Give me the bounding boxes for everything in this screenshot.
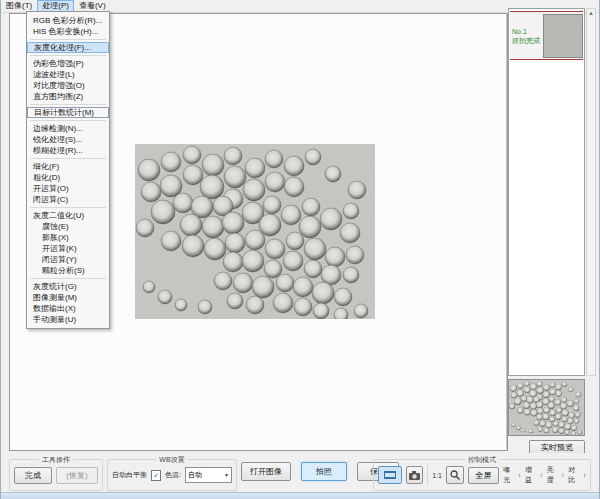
updown-icon: ↕ xyxy=(518,472,521,478)
menu-item-edge[interactable]: 边缘检测(N)... xyxy=(27,123,109,134)
menu-item-grayscale[interactable]: 灰度化处理(F)... xyxy=(27,42,109,53)
white-balance-group: WB设置 自动白平衡 ✓ 色温: 自动 ▼ xyxy=(107,459,237,491)
window-bottom-edge xyxy=(1,492,599,499)
color-temp-value: 自动 xyxy=(188,470,202,480)
tools-group: 工具操作 完成 (恢复) xyxy=(9,459,103,491)
gain-adjuster[interactable]: 增益 ↕ xyxy=(525,465,543,485)
updown-icon: ↕ xyxy=(583,472,586,478)
capture-thumbnail xyxy=(543,14,583,58)
menu-item-contrast[interactable]: 对比度增强(O) xyxy=(27,80,109,91)
menu-item-manual-measure[interactable]: 手动测量(U) xyxy=(27,314,109,325)
menu-item-open-op2[interactable]: 开运算(K) xyxy=(27,243,109,254)
menu-separator xyxy=(30,120,106,121)
preview-box xyxy=(508,379,585,436)
auto-wb-checkbox[interactable]: ✓ xyxy=(151,470,161,481)
menu-item-histogram[interactable]: 直方图均衡(Z) xyxy=(27,91,109,102)
chevron-down-icon: ▼ xyxy=(224,472,229,478)
mode-group-label: 控制模式 xyxy=(465,455,499,465)
menu-item-binarize[interactable]: 灰度二值化(U) xyxy=(27,210,109,221)
exposure-label: 曝光 xyxy=(503,465,517,485)
bottom-toolbar: 工具操作 完成 (恢复) WB设置 自动白平衡 ✓ 色温: 自动 ▼ 打开图像 … xyxy=(1,453,599,492)
zoom-button[interactable] xyxy=(446,466,464,484)
ratio-label: 1:1 xyxy=(432,472,442,479)
menu-item-erode[interactable]: 腐蚀(E) xyxy=(27,221,109,232)
menu-item-blur[interactable]: 模糊处理(R)... xyxy=(27,145,109,156)
brightness-label: 亮度 xyxy=(547,465,561,485)
micrograph-image xyxy=(135,144,375,319)
done-button[interactable]: 完成 xyxy=(14,467,52,484)
capture-list: No.1 抓拍完成 xyxy=(508,8,585,376)
capture-button[interactable]: 拍照 xyxy=(301,462,347,481)
menu-separator xyxy=(30,158,106,159)
camera-icon xyxy=(409,471,420,480)
contrast-label: 对比 xyxy=(568,465,582,485)
menu-separator xyxy=(30,207,106,208)
menu-item-dilate[interactable]: 膨胀(X) xyxy=(27,232,109,243)
scroll-up-icon[interactable]: ▲ xyxy=(587,9,595,18)
control-mode-group: 控制模式 1:1 全屏 曝光 ↕ 增益 ↕ 亮度 xyxy=(373,459,591,491)
color-temp-label: 色温: xyxy=(165,470,181,480)
menu-item-filter[interactable]: 滤波处理(L) xyxy=(27,69,109,80)
capture-meta-line2: 抓拍完成 xyxy=(512,36,543,45)
updown-icon: ↕ xyxy=(540,472,543,478)
menu-item-his-transform[interactable]: HIS 色彩变换(H)... xyxy=(27,26,109,37)
menu-item-sharpen[interactable]: 锐化处理(S)... xyxy=(27,134,109,145)
menu-item-thin[interactable]: 细化(F) xyxy=(27,161,109,172)
capture-meta-line1: No.1 xyxy=(512,27,543,36)
menu-item-open-op[interactable]: 开运算(O) xyxy=(27,183,109,194)
menu-separator xyxy=(30,278,106,279)
capture-list-scrollbar[interactable]: ▲ xyxy=(586,8,596,376)
menu-item-export[interactable]: 数据输出(X) xyxy=(27,303,109,314)
menu-item-count[interactable]: 目标计数统计(M) xyxy=(27,107,109,118)
snapshot-button[interactable] xyxy=(406,466,424,484)
preview-thumbnail xyxy=(509,380,584,435)
exposure-adjuster[interactable]: 曝光 ↕ xyxy=(503,465,521,485)
contrast-adjuster[interactable]: 对比 ↕ xyxy=(568,465,586,485)
app-window: { "menubar": { "items": [ {"label": "图像(… xyxy=(0,0,600,499)
menu-item-rgb-analysis[interactable]: RGB 色彩分析(R)... xyxy=(27,15,109,26)
menu-separator xyxy=(30,55,106,56)
menu-item-particle-analysis[interactable]: 颗粒分析(S) xyxy=(27,265,109,276)
restore-button[interactable]: (恢复) xyxy=(56,467,98,484)
menu-separator xyxy=(30,39,106,40)
capture-list-item[interactable]: No.1 抓拍完成 xyxy=(510,11,583,60)
menu-item-measure[interactable]: 图像测量(M) xyxy=(27,292,109,303)
panel-divider xyxy=(506,13,507,449)
menu-item-close-op2[interactable]: 闭运算(Y) xyxy=(27,254,109,265)
video-mode-button[interactable] xyxy=(378,466,402,484)
process-dropdown-menu: RGB 色彩分析(R)... HIS 色彩变换(H)... 灰度化处理(F)..… xyxy=(26,11,110,329)
wb-group-label: WB设置 xyxy=(156,455,187,465)
toolbar-divider xyxy=(427,465,428,485)
filmstrip-icon xyxy=(383,470,397,480)
brightness-adjuster[interactable]: 亮度 ↕ xyxy=(547,465,565,485)
menu-item-pseudocolor[interactable]: 伪彩色增强(P) xyxy=(27,58,109,69)
capture-meta: No.1 抓拍完成 xyxy=(510,27,543,45)
open-image-button[interactable]: 打开图像 xyxy=(241,462,291,481)
magnifier-icon xyxy=(450,470,460,480)
fullscreen-button[interactable]: 全屏 xyxy=(468,467,500,484)
gain-label: 增益 xyxy=(525,465,539,485)
menu-item-thicken[interactable]: 粗化(D) xyxy=(27,172,109,183)
menu-separator xyxy=(30,104,106,105)
color-temp-select[interactable]: 自动 ▼ xyxy=(185,467,232,483)
tools-group-label: 工具操作 xyxy=(39,455,73,465)
menu-item-close-op[interactable]: 闭运算(C) xyxy=(27,194,109,205)
updown-icon: ↕ xyxy=(561,472,564,478)
auto-wb-label: 自动白平衡 xyxy=(112,470,147,480)
menu-item-gray-stats[interactable]: 灰度统计(G) xyxy=(27,281,109,292)
